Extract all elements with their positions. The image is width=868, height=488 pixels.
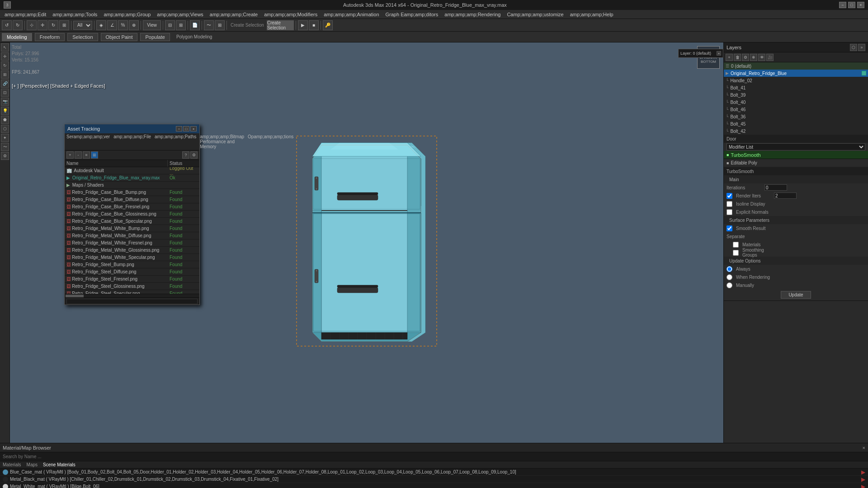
- isoline-checkbox[interactable]: [726, 201, 732, 207]
- scale-button[interactable]: ⊞: [59, 20, 69, 30]
- door-section-header[interactable]: Door: [724, 135, 868, 143]
- asset-row-9[interactable]: 🖼Retro_Fridge_Metal_White_Specular.png F…: [65, 254, 199, 261]
- asset-dialog-close[interactable]: ×: [190, 126, 197, 131]
- mirror-button[interactable]: ⊟: [165, 20, 175, 30]
- asset-row-11[interactable]: 🖼Retro_Fridge_Steel_Diffuse.png Found: [65, 268, 199, 276]
- filter-dropdown[interactable]: All: [73, 21, 92, 30]
- turbosmooth-header[interactable]: ■ TurboSmooth: [724, 151, 868, 159]
- menu-views[interactable]: amp;amp;amp;Views: [154, 11, 206, 18]
- asset-row-2[interactable]: 🖼Retro_Fridge_Case_Blue_Fresnel.png Foun…: [65, 203, 199, 211]
- asset-row-8[interactable]: 🖼Retro_Fridge_Metal_White_Glossiness.png…: [65, 247, 199, 254]
- asset-row-maxfile[interactable]: ▶ Original_Retro_Fridge_Blue_max_vray.ma…: [65, 174, 199, 182]
- asset-menu-bitmap[interactable]: amp;amp;amp;Bitmap Performance and Memor…: [200, 134, 244, 149]
- surface-params-header[interactable]: Surface Parameters: [724, 216, 868, 224]
- layers-settings-btn[interactable]: ⚙: [742, 54, 749, 61]
- undo-button[interactable]: ↺: [2, 20, 12, 30]
- layer-item-bolt39[interactable]: └ Bolt_39: [724, 91, 868, 99]
- layer-item-default[interactable]: ☰ 0 (default): [724, 62, 868, 70]
- layer-item-fridge[interactable]: ▶ Original_Retro_Fridge_Blue: [724, 70, 868, 77]
- layer-item-bolt46[interactable]: └ Bolt_46: [724, 106, 868, 113]
- asset-row-0[interactable]: 🖼Retro_Fridge_Case_Blue_Bump.png Found: [65, 189, 199, 196]
- mat-item-metal-black[interactable]: Metal_Black_mat ( VRayMtl ) [Chiller_01,…: [0, 476, 868, 483]
- tool-scale[interactable]: ⊞: [1, 70, 9, 79]
- layer-dialog-close[interactable]: ×: [717, 51, 721, 56]
- turbosm-section-header[interactable]: TurboSmooth: [724, 167, 868, 175]
- menu-rendering[interactable]: amp;amp;amp;Rendering: [442, 11, 503, 18]
- render-iters-checkbox[interactable]: [726, 193, 732, 199]
- asset-help-btn[interactable]: ?: [182, 151, 189, 159]
- viewport[interactable]: Total Polys: 27.996 Verts: 15.156 FPS: 2…: [10, 42, 723, 443]
- asset-menu-paths[interactable]: amp;amp;amp;Paths: [155, 134, 196, 149]
- layers-freeze-btn[interactable]: ❄: [750, 54, 757, 61]
- tool-camera[interactable]: 📷: [1, 98, 9, 106]
- schematic-view[interactable]: ⊞: [215, 20, 225, 30]
- mat-cat-materials[interactable]: Materials: [3, 462, 21, 467]
- layers-render-btn[interactable]: 🎥: [766, 54, 774, 61]
- tool-unlink[interactable]: ⊡: [1, 89, 9, 97]
- render-iters-input[interactable]: [774, 192, 797, 199]
- menu-animation[interactable]: amp;amp;amp;Animation: [321, 11, 382, 18]
- menu-modifiers[interactable]: amp;amp;amp;Modifiers: [261, 11, 320, 18]
- mat-item-metal-white[interactable]: Metal_White_mat ( VRayMtl ) [Bilge,Bolt_…: [0, 483, 868, 488]
- curve-editor[interactable]: 〜: [204, 20, 214, 30]
- tool-shapes[interactable]: ⬡: [1, 125, 9, 133]
- asset-scroll-thumb[interactable]: [66, 295, 84, 297]
- snap-toggle[interactable]: ◈: [96, 20, 106, 30]
- layer-item-bolt45[interactable]: └ Bolt_45: [724, 120, 868, 127]
- asset-menu-file[interactable]: amp;amp;amp;File: [113, 134, 151, 149]
- mat-browser-close-btn[interactable]: ×: [863, 445, 865, 450]
- tool-geometry[interactable]: ⬟: [1, 116, 9, 124]
- tool-select[interactable]: ↖: [1, 43, 9, 52]
- asset-row-6[interactable]: 🖼Retro_Fridge_Metal_White_Diffuse.png Fo…: [65, 232, 199, 239]
- redo-button[interactable]: ↻: [13, 20, 23, 30]
- asset-menu-server[interactable]: Seramp;amp;amp;ver: [66, 134, 110, 149]
- update-options-header[interactable]: Update Options: [724, 257, 868, 265]
- materials-checkbox[interactable]: [733, 242, 739, 248]
- tool-move[interactable]: ✛: [1, 52, 9, 61]
- layers-hide-btn[interactable]: 👁: [758, 54, 765, 61]
- asset-row-3[interactable]: 🖼Retro_Fridge_Case_Blue_Glossiness.png F…: [65, 211, 199, 218]
- iterations-input[interactable]: [764, 184, 787, 191]
- select-button[interactable]: ⊹: [27, 20, 37, 30]
- asset-row-12[interactable]: 🖼Retro_Fridge_Steel_Fresnel.png Found: [65, 276, 199, 283]
- tab-object-paint[interactable]: Object Paint: [101, 33, 138, 41]
- layers-delete-btn[interactable]: 🗑: [734, 54, 741, 61]
- rotate-button[interactable]: ↻: [48, 20, 58, 30]
- always-radio[interactable]: [726, 266, 732, 272]
- update-button[interactable]: Update: [781, 291, 811, 299]
- layers-add-btn[interactable]: +: [726, 54, 733, 61]
- asset-scrollbar[interactable]: [65, 294, 199, 297]
- menu-group[interactable]: amp;amp;amp;Group: [101, 11, 153, 18]
- percent-snap[interactable]: %: [118, 20, 128, 30]
- align-button[interactable]: ⊞: [176, 20, 186, 30]
- editable-poly-item[interactable]: ■ Editable Poly: [724, 159, 868, 167]
- layer-item-bolt42[interactable]: └ Bolt_42: [724, 127, 868, 135]
- asset-row-10[interactable]: 🖼Retro_Fridge_Steel_Bump.png Found: [65, 261, 199, 268]
- view-button[interactable]: View: [143, 20, 161, 30]
- smooth-result-checkbox[interactable]: [726, 225, 732, 231]
- maximize-button[interactable]: □: [848, 2, 855, 8]
- key-button[interactable]: 🔑: [323, 20, 333, 30]
- asset-row-4[interactable]: 🖼Retro_Fridge_Case_Blue_Specular.png Fou…: [65, 218, 199, 225]
- tab-selection[interactable]: Selection: [67, 33, 98, 41]
- asset-menu-options[interactable]: Opamp;amp;amp;tions: [248, 134, 293, 149]
- asset-row-1[interactable]: 🖼Retro_Fridge_Case_Blue_Diffuse.png Foun…: [65, 196, 199, 203]
- turbosm-main-header[interactable]: Main: [724, 175, 868, 183]
- menu-help[interactable]: amp;amp;amp;Help: [567, 11, 616, 18]
- menu-create[interactable]: amp;amp;amp;Create: [207, 11, 260, 18]
- tool-systems[interactable]: ⚙: [1, 152, 9, 160]
- layer-item-handle02[interactable]: └ Handle_02: [724, 77, 868, 84]
- mat-cat-maps[interactable]: Maps: [27, 462, 38, 467]
- layer-item-bolt41[interactable]: └ Bolt_41: [724, 84, 868, 91]
- mat-search-input[interactable]: [3, 454, 93, 459]
- asset-detail-btn[interactable]: ⊞: [91, 151, 98, 159]
- asset-row-13[interactable]: 🖼Retro_Fridge_Steel_Glossiness.png Found: [65, 283, 199, 290]
- menu-tools[interactable]: amp;amp;amp;Tools: [50, 11, 100, 18]
- layer-item-bolt40[interactable]: └ Bolt_40: [724, 99, 868, 106]
- spinner-snap[interactable]: ⊕: [129, 20, 139, 30]
- move-button[interactable]: ✛: [38, 20, 47, 30]
- layer-item-bolt36[interactable]: └ Bolt_36: [724, 113, 868, 120]
- tool-rotate[interactable]: ↻: [1, 61, 9, 70]
- tab-modeling[interactable]: Modeling: [2, 33, 32, 41]
- tool-spacewarps[interactable]: 〜: [1, 143, 9, 151]
